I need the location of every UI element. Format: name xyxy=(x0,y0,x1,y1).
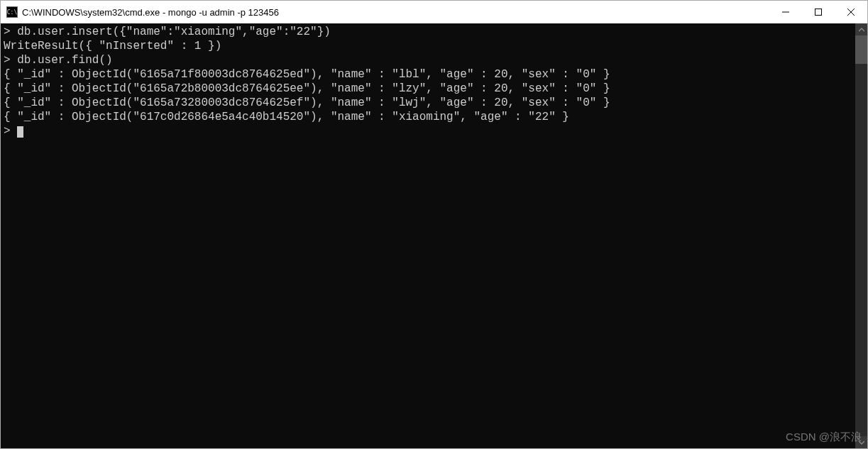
terminal-cursor xyxy=(17,126,23,138)
terminal-line: { "_id" : ObjectId("6165a72b80003dc87646… xyxy=(4,82,610,95)
chevron-up-icon xyxy=(859,27,864,33)
terminal-line: { "_id" : ObjectId("6165a71f80003dc87646… xyxy=(4,68,610,81)
scroll-down-button[interactable] xyxy=(855,436,867,448)
minimize-button[interactable] xyxy=(769,1,802,23)
maximize-button[interactable] xyxy=(802,1,835,23)
terminal-area: > db.user.insert({"name":"xiaoming","age… xyxy=(1,23,867,448)
cmd-window: C:\ C:\WINDOWS\system32\cmd.exe - mongo … xyxy=(0,0,868,449)
terminal-line: > xyxy=(4,125,17,138)
scrollbar-track[interactable] xyxy=(855,35,867,436)
window-controls xyxy=(769,1,867,23)
terminal-line: > db.user.find() xyxy=(4,54,113,67)
scrollbar-thumb[interactable] xyxy=(855,35,867,64)
minimize-icon xyxy=(782,9,789,16)
svg-rect-1 xyxy=(815,9,822,16)
close-button[interactable] xyxy=(835,1,867,23)
terminal-line: WriteResult({ "nInserted" : 1 }) xyxy=(4,40,221,52)
close-icon xyxy=(847,9,855,16)
maximize-icon xyxy=(815,9,822,16)
titlebar[interactable]: C:\ C:\WINDOWS\system32\cmd.exe - mongo … xyxy=(1,1,867,23)
scroll-up-button[interactable] xyxy=(855,23,867,35)
window-title: C:\WINDOWS\system32\cmd.exe - mongo -u a… xyxy=(22,7,279,18)
terminal-line: > db.user.insert({"name":"xiaoming","age… xyxy=(4,26,331,38)
cmd-icon: C:\ xyxy=(6,6,18,18)
chevron-down-icon xyxy=(859,440,864,445)
vertical-scrollbar[interactable] xyxy=(855,23,867,448)
terminal-line: { "_id" : ObjectId("617c0d26864e5a4c40b1… xyxy=(4,111,569,123)
terminal-line: { "_id" : ObjectId("6165a73280003dc87646… xyxy=(4,96,610,109)
terminal-output[interactable]: > db.user.insert({"name":"xiaoming","age… xyxy=(1,23,855,448)
